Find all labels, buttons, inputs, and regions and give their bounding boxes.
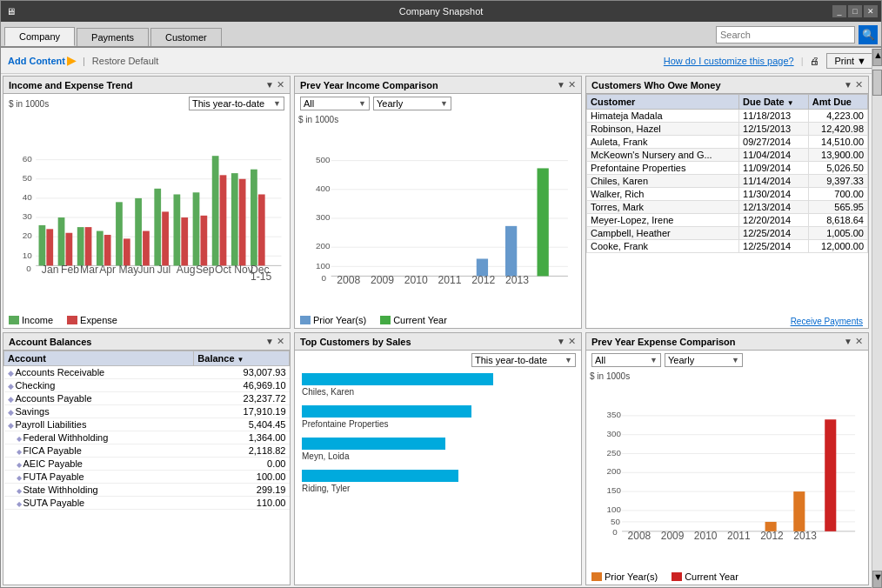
- accounts-collapse[interactable]: ▼: [265, 336, 274, 347]
- list-item: Chiles, Karen: [302, 373, 574, 397]
- col-customer: Customer: [587, 95, 739, 110]
- prev-expense-filter2[interactable]: Yearly ▼: [665, 353, 743, 367]
- svg-text:60: 60: [23, 154, 33, 164]
- customers-owe-close[interactable]: ✕: [855, 79, 863, 90]
- income-expense-chart: 60 50 40 30 20 10 0: [7, 115, 286, 311]
- current-expense-legend-box: [672, 572, 682, 581]
- svg-rect-36: [251, 170, 257, 266]
- scroll-thumb[interactable]: [872, 70, 882, 96]
- print-dropdown-arrow[interactable]: ▼: [857, 56, 866, 66]
- prev-expense-y-label: $ in 1000s: [586, 370, 868, 381]
- main-scrollbar[interactable]: ▲ ▼: [872, 49, 882, 588]
- svg-rect-28: [173, 194, 180, 265]
- minimize-button[interactable]: _: [832, 5, 846, 17]
- income-trend-title: Income and Expense Trend: [9, 80, 132, 90]
- col-balance: Balance ▼: [194, 351, 290, 366]
- search-button[interactable]: 🔍: [859, 25, 878, 44]
- add-content-arrow: ▶: [67, 54, 76, 67]
- svg-text:2010: 2010: [404, 274, 428, 286]
- scroll-down-button[interactable]: ▼: [872, 571, 882, 588]
- maximize-button[interactable]: □: [848, 5, 862, 17]
- svg-text:50: 50: [23, 173, 33, 183]
- svg-rect-14: [39, 225, 46, 265]
- table-row: ◆Federal Withholding 1,364.00: [4, 431, 290, 444]
- table-row: ◆Accounts Receivable 93,007.93: [4, 366, 290, 379]
- svg-text:Sep: Sep: [196, 264, 215, 276]
- customer-bar: [302, 470, 458, 482]
- prev-income-filter1[interactable]: All ▼: [300, 97, 370, 110]
- table-row: Cooke, Frank 12/25/2014 12,000.00: [587, 240, 868, 253]
- prev-expense-collapse[interactable]: ▼: [844, 336, 852, 347]
- prior-expense-legend-label: Prior Year(s): [605, 571, 658, 582]
- tab-customer[interactable]: Customer: [150, 28, 222, 46]
- customers-owe-header: Customers Who Owe Money ▼ ✕: [586, 77, 868, 94]
- income-trend-close[interactable]: ✕: [277, 79, 284, 90]
- svg-rect-25: [143, 231, 150, 266]
- prev-expense-close[interactable]: ✕: [855, 336, 863, 347]
- customers-owe-collapse[interactable]: ▼: [844, 79, 852, 90]
- svg-text:30: 30: [23, 211, 33, 221]
- toolbar: Add Content ▶ | Restore Default How do I…: [1, 48, 881, 74]
- prev-income-title: Prev Year Income Comparison: [300, 80, 438, 90]
- prev-income-filter2[interactable]: Yearly ▼: [373, 97, 451, 110]
- table-row: ◆Payroll Liabilities 5,404.45: [4, 418, 290, 431]
- receive-payments-link[interactable]: Receive Payments: [586, 315, 868, 328]
- tab-company[interactable]: Company: [4, 27, 75, 46]
- help-link[interactable]: How do I customize this page?: [664, 56, 794, 66]
- svg-rect-30: [193, 192, 200, 265]
- svg-text:400: 400: [316, 184, 331, 193]
- prev-income-collapse[interactable]: ▼: [557, 79, 565, 90]
- top-customers-close[interactable]: ✕: [568, 336, 576, 347]
- prev-income-comparison-panel: Prev Year Income Comparison ▼ ✕ All ▼ Ye…: [294, 76, 582, 329]
- account-balances-panel: Account Balances ▼ ✕ Account Balance ▼: [3, 332, 291, 585]
- prev-income-close[interactable]: ✕: [568, 79, 576, 90]
- table-row: Chiles, Karen 11/14/2014 9,397.33: [587, 175, 868, 188]
- svg-rect-65: [538, 168, 549, 276]
- top-customers-filter[interactable]: This year-to-date ▼: [471, 353, 576, 367]
- svg-text:200: 200: [607, 466, 622, 476]
- add-content-button[interactable]: Add Content ▶: [8, 54, 76, 67]
- customer-name: Meyn, Loida: [302, 451, 574, 461]
- svg-rect-90: [825, 419, 836, 531]
- svg-text:350: 350: [607, 410, 622, 419]
- expense-legend-label: Expense: [80, 315, 117, 325]
- table-row: Meyer-Lopez, Irene 12/20/2014 8,618.64: [587, 214, 868, 227]
- scroll-up-button[interactable]: ▲: [872, 49, 882, 66]
- customer-bar: [302, 405, 471, 418]
- close-button[interactable]: ✕: [864, 5, 878, 17]
- accounts-close[interactable]: ✕: [277, 336, 284, 347]
- window-title: Company Snapshot: [399, 6, 484, 17]
- prev-expense-filter1[interactable]: All ▼: [591, 353, 661, 367]
- table-row: Torres, Mark 12/13/2014 565.95: [587, 201, 868, 214]
- svg-rect-26: [154, 189, 161, 266]
- svg-text:Aug: Aug: [177, 264, 196, 276]
- search-input[interactable]: [716, 26, 855, 43]
- table-row: ◆Checking 46,969.10: [4, 379, 290, 392]
- top-customers-panel: Top Customers by Sales ▼ ✕ This year-to-…: [294, 332, 582, 585]
- customer-name: Chiles, Karen: [302, 387, 574, 397]
- svg-text:2008: 2008: [628, 530, 651, 542]
- svg-rect-35: [239, 179, 246, 266]
- customer-name: Riding, Tyler: [302, 484, 574, 493]
- tab-payments[interactable]: Payments: [77, 28, 149, 46]
- svg-text:2011: 2011: [727, 530, 751, 542]
- svg-text:500: 500: [316, 155, 331, 164]
- prior-expense-legend-box: [591, 572, 602, 581]
- print-button[interactable]: Print ▼: [826, 53, 874, 69]
- restore-default-button[interactable]: Restore Default: [92, 56, 158, 66]
- customers-owe-table: Customer Due Date ▼ Amt Due Himateja Mad…: [586, 94, 868, 315]
- svg-text:Feb: Feb: [61, 264, 79, 276]
- income-trend-filter[interactable]: This year-to-date ▼: [189, 97, 284, 110]
- prev-income-y-label: $ in 1000s: [295, 113, 581, 124]
- table-row: McKeown's Nursery and G... 11/04/2014 13…: [587, 149, 868, 162]
- svg-text:50: 50: [611, 517, 620, 526]
- prev-expense-legend: Prior Year(s) Current Year: [586, 569, 868, 585]
- col-amt-due: Amt Due: [808, 95, 867, 110]
- col-account: Account: [4, 351, 194, 366]
- svg-text:1-15: 1-15: [251, 271, 272, 283]
- table-row: Walker, Rich 11/30/2014 700.00: [587, 188, 868, 201]
- income-legend-label: Income: [22, 315, 53, 325]
- income-trend-collapse[interactable]: ▼: [265, 79, 274, 90]
- svg-text:40: 40: [23, 192, 33, 202]
- top-customers-collapse[interactable]: ▼: [557, 336, 565, 347]
